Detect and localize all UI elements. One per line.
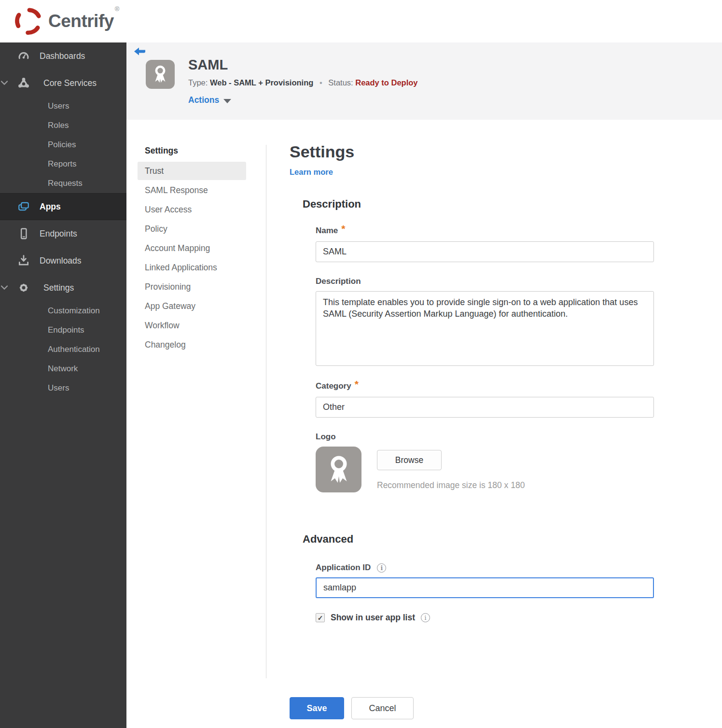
- sidebar-item-settings[interactable]: Settings: [0, 274, 126, 301]
- category-field[interactable]: [316, 397, 654, 418]
- subnav-item-trust[interactable]: Trust: [138, 162, 246, 180]
- sidebar-subitem-reports[interactable]: Reports: [0, 154, 126, 174]
- app-meta: Type: Web - SAML + Provisioning • Status…: [188, 78, 418, 87]
- required-asterisk: *: [341, 223, 345, 235]
- subnav-item-changelog[interactable]: Changelog: [138, 336, 246, 354]
- subnav-item-policy[interactable]: Policy: [138, 220, 246, 238]
- subnav: Settings Trust SAML Response User Access…: [138, 143, 246, 719]
- status-label: Status:: [328, 78, 353, 87]
- sidebar-subitem-authentication[interactable]: Authentication: [0, 340, 126, 359]
- subnav-item-saml-response[interactable]: SAML Response: [138, 181, 246, 199]
- page: Centrify® Dashboards: [0, 0, 722, 728]
- sidebar-subitem-roles[interactable]: Roles: [0, 116, 126, 135]
- sidebar-subitem-policies[interactable]: Policies: [0, 135, 126, 154]
- content-area: Settings Trust SAML Response User Access…: [126, 120, 722, 719]
- sidebar-subitem-requests[interactable]: Requests: [0, 174, 126, 193]
- sidebar-subitem-users[interactable]: Users: [0, 378, 126, 398]
- top-bar: Centrify®: [0, 0, 722, 42]
- download-icon: [17, 254, 30, 267]
- name-field[interactable]: [316, 241, 654, 262]
- subnav-item-account-mapping[interactable]: Account Mapping: [138, 239, 246, 257]
- application-id-label: Application ID: [316, 563, 656, 573]
- sidebar-item-endpoints[interactable]: Endpoints: [0, 220, 126, 247]
- subnav-header: Settings: [138, 143, 246, 162]
- app-header: SAML Type: Web - SAML + Provisioning • S…: [126, 42, 722, 120]
- sidebar: Dashboards Core Services Users Roles Pol…: [0, 42, 126, 728]
- info-icon[interactable]: [377, 563, 386, 573]
- category-label: Category *: [316, 380, 656, 392]
- vertical-divider: [266, 145, 266, 678]
- page-title: SAML: [188, 57, 418, 73]
- actions-dropdown[interactable]: Actions: [188, 95, 231, 105]
- cancel-button[interactable]: Cancel: [351, 697, 414, 719]
- logo-preview: [316, 447, 361, 492]
- subnav-item-app-gateway[interactable]: App Gateway: [138, 297, 246, 315]
- main-area: SAML Type: Web - SAML + Provisioning • S…: [126, 42, 722, 719]
- info-icon[interactable]: [421, 613, 430, 622]
- show-in-user-app-list-label: Show in user app list: [331, 613, 415, 623]
- gauge-icon: [17, 50, 30, 62]
- expand-caret-icon[interactable]: [1, 285, 8, 290]
- logo-size-hint: Recommended image size is 180 x 180: [377, 480, 525, 490]
- registered-mark: ®: [115, 5, 120, 13]
- core-services-submenu: Users Roles Policies Reports Requests: [0, 97, 126, 193]
- sidebar-item-apps[interactable]: Apps: [0, 193, 126, 220]
- chevron-down-icon: [223, 99, 231, 103]
- browse-button[interactable]: Browse: [377, 450, 442, 470]
- centrify-swirl-icon: [14, 7, 42, 35]
- logo-label: Logo: [316, 432, 656, 442]
- type-label: Type:: [188, 78, 208, 87]
- gear-icon: [17, 281, 30, 294]
- description-section-title: Description: [303, 198, 656, 210]
- type-value: Web - SAML + Provisioning: [210, 78, 313, 87]
- settings-form: Settings Learn more Description Name * D…: [290, 142, 656, 719]
- save-button[interactable]: Save: [290, 697, 344, 719]
- sidebar-subitem-endpoints[interactable]: Endpoints: [0, 321, 126, 340]
- description-field[interactable]: This template enables you to provide sin…: [316, 291, 654, 366]
- apps-icon: [17, 200, 30, 213]
- status-badge: Ready to Deploy: [355, 78, 417, 87]
- form-title: Settings: [290, 142, 656, 161]
- subnav-item-user-access[interactable]: User Access: [138, 200, 246, 219]
- settings-submenu: Customization Endpoints Authentication N…: [0, 301, 126, 398]
- application-id-field[interactable]: [316, 577, 654, 598]
- award-ribbon-icon: [321, 452, 356, 487]
- sidebar-item-downloads[interactable]: Downloads: [0, 247, 126, 274]
- meta-separator: •: [316, 78, 326, 87]
- app-logo-badge: [146, 60, 175, 89]
- back-arrow-icon[interactable]: [134, 47, 146, 56]
- description-label: Description: [316, 277, 656, 286]
- required-asterisk: *: [355, 378, 359, 390]
- learn-more-link[interactable]: Learn more: [290, 168, 333, 177]
- brand-name: Centrify: [48, 11, 114, 31]
- expand-caret-icon[interactable]: [1, 81, 8, 85]
- sidebar-subitem-network[interactable]: Network: [0, 359, 126, 378]
- subnav-item-workflow[interactable]: Workflow: [138, 316, 246, 335]
- advanced-section-title: Advanced: [303, 533, 656, 546]
- award-ribbon-icon: [149, 63, 171, 85]
- sidebar-item-dashboards[interactable]: Dashboards: [0, 42, 126, 70]
- sidebar-subitem-customization[interactable]: Customization: [0, 301, 126, 321]
- device-icon: [17, 227, 30, 240]
- centrify-logo: Centrify®: [14, 7, 118, 35]
- name-label: Name *: [316, 225, 656, 237]
- subnav-item-provisioning[interactable]: Provisioning: [138, 278, 246, 296]
- core-services-icon: [17, 77, 30, 89]
- sidebar-subitem-users[interactable]: Users: [0, 97, 126, 116]
- subnav-item-linked-applications[interactable]: Linked Applications: [138, 258, 246, 277]
- show-in-user-app-list-checkbox[interactable]: [316, 613, 325, 622]
- sidebar-item-core-services[interactable]: Core Services: [0, 70, 126, 97]
